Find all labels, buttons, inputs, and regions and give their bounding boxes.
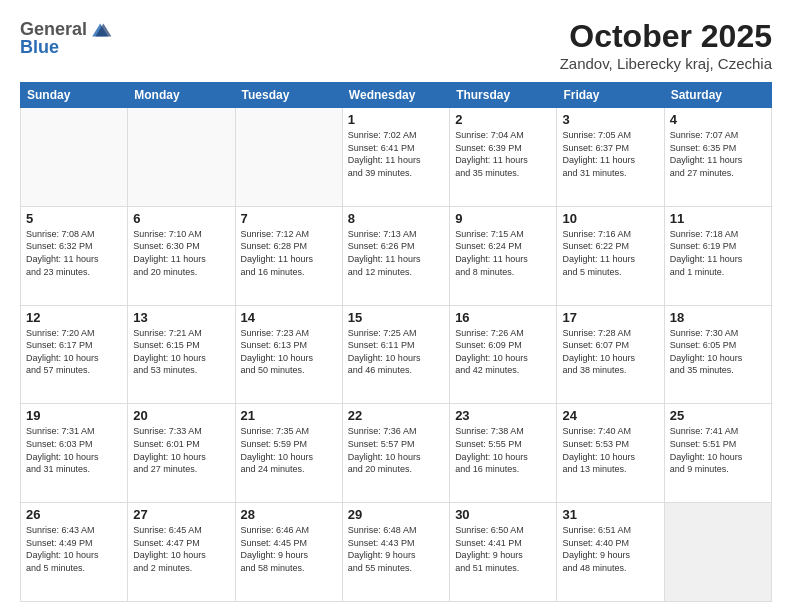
calendar-cell: 22Sunrise: 7:36 AM Sunset: 5:57 PM Dayli… xyxy=(342,404,449,503)
cell-text: Sunrise: 6:45 AM Sunset: 4:47 PM Dayligh… xyxy=(133,524,229,574)
day-number: 8 xyxy=(348,211,444,226)
cell-text: Sunrise: 7:08 AM Sunset: 6:32 PM Dayligh… xyxy=(26,228,122,278)
cell-text: Sunrise: 7:30 AM Sunset: 6:05 PM Dayligh… xyxy=(670,327,766,377)
cell-text: Sunrise: 7:02 AM Sunset: 6:41 PM Dayligh… xyxy=(348,129,444,179)
cell-text: Sunrise: 7:16 AM Sunset: 6:22 PM Dayligh… xyxy=(562,228,658,278)
day-number: 10 xyxy=(562,211,658,226)
day-number: 22 xyxy=(348,408,444,423)
cell-text: Sunrise: 7:13 AM Sunset: 6:26 PM Dayligh… xyxy=(348,228,444,278)
cell-text: Sunrise: 7:28 AM Sunset: 6:07 PM Dayligh… xyxy=(562,327,658,377)
title-area: October 2025 Zandov, Liberecky kraj, Cze… xyxy=(560,18,772,72)
cell-text: Sunrise: 7:05 AM Sunset: 6:37 PM Dayligh… xyxy=(562,129,658,179)
cell-text: Sunrise: 7:31 AM Sunset: 6:03 PM Dayligh… xyxy=(26,425,122,475)
cell-text: Sunrise: 7:21 AM Sunset: 6:15 PM Dayligh… xyxy=(133,327,229,377)
calendar-cell: 28Sunrise: 6:46 AM Sunset: 4:45 PM Dayli… xyxy=(235,503,342,602)
calendar-cell: 1Sunrise: 7:02 AM Sunset: 6:41 PM Daylig… xyxy=(342,108,449,207)
calendar-cell: 5Sunrise: 7:08 AM Sunset: 6:32 PM Daylig… xyxy=(21,206,128,305)
calendar-week-row: 12Sunrise: 7:20 AM Sunset: 6:17 PM Dayli… xyxy=(21,305,772,404)
calendar-cell: 30Sunrise: 6:50 AM Sunset: 4:41 PM Dayli… xyxy=(450,503,557,602)
location: Zandov, Liberecky kraj, Czechia xyxy=(560,55,772,72)
calendar-cell: 10Sunrise: 7:16 AM Sunset: 6:22 PM Dayli… xyxy=(557,206,664,305)
cell-text: Sunrise: 7:18 AM Sunset: 6:19 PM Dayligh… xyxy=(670,228,766,278)
calendar-cell: 29Sunrise: 6:48 AM Sunset: 4:43 PM Dayli… xyxy=(342,503,449,602)
day-number: 21 xyxy=(241,408,337,423)
day-number: 12 xyxy=(26,310,122,325)
calendar-cell: 8Sunrise: 7:13 AM Sunset: 6:26 PM Daylig… xyxy=(342,206,449,305)
cell-text: Sunrise: 7:15 AM Sunset: 6:24 PM Dayligh… xyxy=(455,228,551,278)
cell-text: Sunrise: 7:23 AM Sunset: 6:13 PM Dayligh… xyxy=(241,327,337,377)
month-title: October 2025 xyxy=(560,18,772,55)
calendar-week-row: 19Sunrise: 7:31 AM Sunset: 6:03 PM Dayli… xyxy=(21,404,772,503)
calendar-cell: 11Sunrise: 7:18 AM Sunset: 6:19 PM Dayli… xyxy=(664,206,771,305)
calendar-cell: 21Sunrise: 7:35 AM Sunset: 5:59 PM Dayli… xyxy=(235,404,342,503)
calendar-cell: 7Sunrise: 7:12 AM Sunset: 6:28 PM Daylig… xyxy=(235,206,342,305)
calendar-cell: 15Sunrise: 7:25 AM Sunset: 6:11 PM Dayli… xyxy=(342,305,449,404)
cell-text: Sunrise: 6:48 AM Sunset: 4:43 PM Dayligh… xyxy=(348,524,444,574)
day-number: 25 xyxy=(670,408,766,423)
calendar-header-friday: Friday xyxy=(557,83,664,108)
calendar-week-row: 26Sunrise: 6:43 AM Sunset: 4:49 PM Dayli… xyxy=(21,503,772,602)
cell-text: Sunrise: 7:40 AM Sunset: 5:53 PM Dayligh… xyxy=(562,425,658,475)
calendar-week-row: 1Sunrise: 7:02 AM Sunset: 6:41 PM Daylig… xyxy=(21,108,772,207)
day-number: 6 xyxy=(133,211,229,226)
day-number: 3 xyxy=(562,112,658,127)
cell-text: Sunrise: 6:46 AM Sunset: 4:45 PM Dayligh… xyxy=(241,524,337,574)
calendar-cell: 19Sunrise: 7:31 AM Sunset: 6:03 PM Dayli… xyxy=(21,404,128,503)
cell-text: Sunrise: 7:38 AM Sunset: 5:55 PM Dayligh… xyxy=(455,425,551,475)
day-number: 30 xyxy=(455,507,551,522)
calendar-week-row: 5Sunrise: 7:08 AM Sunset: 6:32 PM Daylig… xyxy=(21,206,772,305)
day-number: 13 xyxy=(133,310,229,325)
calendar-cell: 23Sunrise: 7:38 AM Sunset: 5:55 PM Dayli… xyxy=(450,404,557,503)
calendar-cell: 9Sunrise: 7:15 AM Sunset: 6:24 PM Daylig… xyxy=(450,206,557,305)
cell-text: Sunrise: 7:04 AM Sunset: 6:39 PM Dayligh… xyxy=(455,129,551,179)
calendar-header-saturday: Saturday xyxy=(664,83,771,108)
calendar-cell: 12Sunrise: 7:20 AM Sunset: 6:17 PM Dayli… xyxy=(21,305,128,404)
logo: General Blue xyxy=(20,18,113,58)
cell-text: Sunrise: 7:33 AM Sunset: 6:01 PM Dayligh… xyxy=(133,425,229,475)
calendar-header-thursday: Thursday xyxy=(450,83,557,108)
cell-text: Sunrise: 7:07 AM Sunset: 6:35 PM Dayligh… xyxy=(670,129,766,179)
calendar-cell: 3Sunrise: 7:05 AM Sunset: 6:37 PM Daylig… xyxy=(557,108,664,207)
calendar-cell xyxy=(128,108,235,207)
cell-text: Sunrise: 6:43 AM Sunset: 4:49 PM Dayligh… xyxy=(26,524,122,574)
cell-text: Sunrise: 7:26 AM Sunset: 6:09 PM Dayligh… xyxy=(455,327,551,377)
cell-text: Sunrise: 7:20 AM Sunset: 6:17 PM Dayligh… xyxy=(26,327,122,377)
day-number: 5 xyxy=(26,211,122,226)
calendar-cell: 31Sunrise: 6:51 AM Sunset: 4:40 PM Dayli… xyxy=(557,503,664,602)
day-number: 20 xyxy=(133,408,229,423)
day-number: 23 xyxy=(455,408,551,423)
cell-text: Sunrise: 7:10 AM Sunset: 6:30 PM Dayligh… xyxy=(133,228,229,278)
day-number: 27 xyxy=(133,507,229,522)
calendar-header-wednesday: Wednesday xyxy=(342,83,449,108)
calendar-cell: 2Sunrise: 7:04 AM Sunset: 6:39 PM Daylig… xyxy=(450,108,557,207)
cell-text: Sunrise: 6:50 AM Sunset: 4:41 PM Dayligh… xyxy=(455,524,551,574)
day-number: 9 xyxy=(455,211,551,226)
calendar-cell: 18Sunrise: 7:30 AM Sunset: 6:05 PM Dayli… xyxy=(664,305,771,404)
day-number: 15 xyxy=(348,310,444,325)
page: General Blue October 2025 Zandov, Libere… xyxy=(0,0,792,612)
calendar-cell xyxy=(235,108,342,207)
calendar-cell: 6Sunrise: 7:10 AM Sunset: 6:30 PM Daylig… xyxy=(128,206,235,305)
calendar-header-row: SundayMondayTuesdayWednesdayThursdayFrid… xyxy=(21,83,772,108)
day-number: 24 xyxy=(562,408,658,423)
logo-icon xyxy=(89,18,113,42)
day-number: 14 xyxy=(241,310,337,325)
day-number: 18 xyxy=(670,310,766,325)
calendar-header-tuesday: Tuesday xyxy=(235,83,342,108)
cell-text: Sunrise: 7:35 AM Sunset: 5:59 PM Dayligh… xyxy=(241,425,337,475)
day-number: 31 xyxy=(562,507,658,522)
calendar-cell xyxy=(664,503,771,602)
day-number: 19 xyxy=(26,408,122,423)
day-number: 1 xyxy=(348,112,444,127)
calendar-cell: 4Sunrise: 7:07 AM Sunset: 6:35 PM Daylig… xyxy=(664,108,771,207)
cell-text: Sunrise: 7:41 AM Sunset: 5:51 PM Dayligh… xyxy=(670,425,766,475)
day-number: 11 xyxy=(670,211,766,226)
calendar-cell: 20Sunrise: 7:33 AM Sunset: 6:01 PM Dayli… xyxy=(128,404,235,503)
calendar-header-monday: Monday xyxy=(128,83,235,108)
calendar-cell: 13Sunrise: 7:21 AM Sunset: 6:15 PM Dayli… xyxy=(128,305,235,404)
calendar-cell: 16Sunrise: 7:26 AM Sunset: 6:09 PM Dayli… xyxy=(450,305,557,404)
day-number: 16 xyxy=(455,310,551,325)
calendar-cell: 14Sunrise: 7:23 AM Sunset: 6:13 PM Dayli… xyxy=(235,305,342,404)
day-number: 4 xyxy=(670,112,766,127)
header: General Blue October 2025 Zandov, Libere… xyxy=(20,18,772,72)
